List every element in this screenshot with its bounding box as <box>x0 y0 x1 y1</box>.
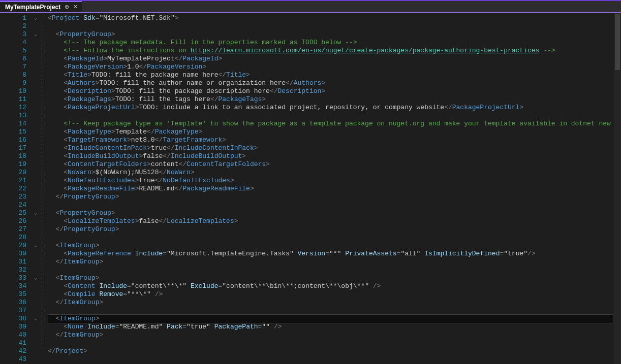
punctuation: < <box>48 136 68 144</box>
code-line[interactable]: <Project Sdk="Microsoft.NET.Sdk"> <box>48 14 614 22</box>
code-line[interactable]: <!-- Keep package type as 'Template' to … <box>48 120 614 128</box>
fold-toggle[interactable]: ⌄ <box>32 209 40 217</box>
fold-toggle[interactable] <box>32 266 40 274</box>
tab-active[interactable]: MyTemplateProject ⊕ ✕ <box>0 1 82 12</box>
code-line[interactable]: <ItemGroup> <box>48 274 614 282</box>
code-line[interactable]: <Authors>TODO: fill the author name or o… <box>48 79 614 87</box>
code-content[interactable]: <Project Sdk="Microsoft.NET.Sdk"> <Prope… <box>48 13 614 364</box>
code-line[interactable]: <IncludeContentInPack>true</IncludeConte… <box>48 144 614 152</box>
code-line[interactable]: <PropertyGroup> <box>48 30 614 39</box>
code-line[interactable]: <NoWarn>$(NoWarn);NU5128</NoWarn> <box>48 169 614 177</box>
fold-toggle[interactable] <box>32 185 40 193</box>
code-line[interactable]: </Project> <box>48 347 614 355</box>
code-line[interactable]: <PropertyGroup> <box>48 209 614 217</box>
fold-toggle[interactable] <box>32 79 40 87</box>
fold-toggle[interactable] <box>32 95 40 104</box>
fold-toggle[interactable] <box>32 87 40 95</box>
fold-toggle[interactable] <box>32 152 40 160</box>
code-line[interactable]: <!-- The package metadata. Fill in the p… <box>48 39 614 47</box>
fold-toggle[interactable] <box>32 282 40 290</box>
fold-toggle[interactable]: ⌄ <box>32 30 40 39</box>
code-line[interactable]: </PropertyGroup> <box>48 193 614 201</box>
code-line[interactable]: </PropertyGroup> <box>48 225 614 234</box>
code-line[interactable] <box>48 234 614 242</box>
fold-toggle[interactable] <box>32 234 40 242</box>
fold-toggle[interactable] <box>32 258 40 266</box>
fold-column[interactable]: ⌄⌄⌄⌄⌄⌄ <box>32 13 40 364</box>
code-line[interactable] <box>48 355 614 363</box>
code-line[interactable] <box>48 22 614 30</box>
fold-toggle[interactable] <box>32 307 40 315</box>
fold-toggle[interactable]: ⌄ <box>32 315 40 323</box>
fold-toggle[interactable] <box>32 120 40 128</box>
code-line[interactable]: <LocalizeTemplates>false</LocalizeTempla… <box>48 217 614 225</box>
fold-toggle[interactable] <box>32 225 40 234</box>
code-line[interactable]: </ItemGroup> <box>48 258 614 266</box>
code-line[interactable]: <PackageTags>TODO: fill the tags here</P… <box>48 95 614 104</box>
vertical-scrollbar[interactable] <box>614 13 621 364</box>
indent-guide <box>42 217 48 225</box>
code-line[interactable]: <ItemGroup> <box>48 242 614 250</box>
fold-toggle[interactable] <box>32 63 40 71</box>
fold-toggle[interactable] <box>32 290 40 299</box>
code-line[interactable] <box>48 201 614 209</box>
fold-toggle[interactable] <box>32 323 40 331</box>
pin-icon[interactable]: ⊕ <box>65 4 69 10</box>
fold-toggle[interactable] <box>32 136 40 144</box>
code-line[interactable]: <PackageVersion>1.0</PackageVersion> <box>48 63 614 71</box>
fold-toggle[interactable] <box>32 299 40 307</box>
fold-toggle[interactable] <box>32 217 40 225</box>
code-line[interactable]: <PackageReference Include="Microsoft.Tem… <box>48 250 614 258</box>
code-line[interactable]: <None Include="README.md" Pack="true" Pa… <box>48 323 614 331</box>
fold-toggle[interactable] <box>32 347 40 355</box>
fold-toggle[interactable]: ⌄ <box>32 274 40 282</box>
fold-toggle[interactable] <box>32 201 40 209</box>
line-number: 11 <box>0 95 26 104</box>
fold-toggle[interactable] <box>32 104 40 112</box>
fold-toggle[interactable] <box>32 112 40 120</box>
fold-toggle[interactable]: ⌄ <box>32 242 40 250</box>
code-line[interactable]: <IncludeBuildOutput>false</IncludeBuildO… <box>48 152 614 160</box>
code-line[interactable]: <Title>TODO: fill the package name here<… <box>48 71 614 79</box>
scrollbar-thumb[interactable] <box>615 14 620 70</box>
fold-toggle[interactable] <box>32 160 40 169</box>
fold-toggle[interactable] <box>32 47 40 55</box>
fold-toggle[interactable] <box>32 71 40 79</box>
fold-toggle[interactable] <box>32 55 40 63</box>
fold-toggle[interactable] <box>32 177 40 185</box>
code-line[interactable]: <PackageProjectUrl>TODO: include a link … <box>48 104 614 112</box>
code-line[interactable] <box>48 266 614 274</box>
punctuation: </ <box>218 71 226 79</box>
code-line[interactable] <box>48 339 614 347</box>
code-line[interactable] <box>48 112 614 120</box>
fold-toggle[interactable] <box>32 355 40 363</box>
fold-toggle[interactable] <box>32 193 40 201</box>
fold-toggle[interactable] <box>32 331 40 339</box>
code-line[interactable]: </ItemGroup> <box>48 331 614 339</box>
fold-toggle[interactable] <box>32 144 40 152</box>
code-line[interactable]: <Description>TODO: fill the package desc… <box>48 87 614 95</box>
fold-toggle[interactable] <box>32 128 40 136</box>
code-line[interactable]: <ContentTargetFolders>content</ContentTa… <box>48 160 614 169</box>
line-number: 7 <box>0 63 26 71</box>
code-line[interactable] <box>48 307 614 315</box>
fold-toggle[interactable] <box>32 22 40 30</box>
fold-toggle[interactable]: ⌄ <box>32 14 40 22</box>
hyperlink[interactable]: https://learn.microsoft.com/en-us/nuget/… <box>191 47 540 54</box>
fold-toggle[interactable] <box>32 39 40 47</box>
code-line[interactable]: <Compile Remove="**\*" /> <box>48 290 614 299</box>
code-line[interactable]: <PackageReadmeFile>README.md</PackageRea… <box>48 185 614 193</box>
code-line[interactable]: <PackageType>Template</PackageType> <box>48 128 614 136</box>
fold-toggle[interactable] <box>32 169 40 177</box>
code-editor[interactable]: 1234567891011121314151617181920212223242… <box>0 13 621 364</box>
code-line[interactable]: <Content Include="content\**\*" Exclude=… <box>48 282 614 290</box>
code-line[interactable]: <!-- Follow the instructions on https://… <box>48 47 614 55</box>
code-line[interactable]: <NoDefaultExcludes>true</NoDefaultExclud… <box>48 177 614 185</box>
code-line[interactable]: <TargetFramework>net8.0</TargetFramework… <box>48 136 614 144</box>
code-line[interactable]: </ItemGroup> <box>48 299 614 307</box>
fold-toggle[interactable] <box>32 250 40 258</box>
code-line[interactable]: <ItemGroup> <box>48 315 613 323</box>
close-icon[interactable]: ✕ <box>73 4 78 10</box>
fold-toggle[interactable] <box>32 339 40 347</box>
code-line[interactable]: <PackageId>MyTemplateProject</PackageId> <box>48 55 614 63</box>
